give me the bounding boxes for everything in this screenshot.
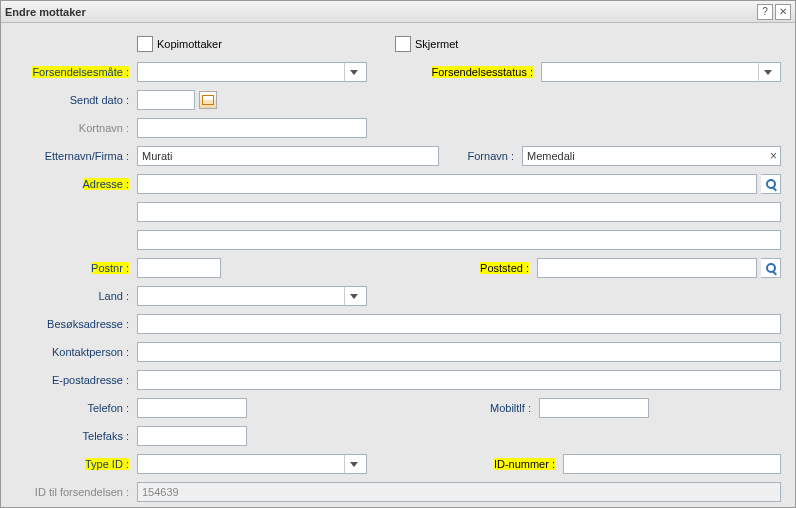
- checkbox-icon: [137, 36, 153, 52]
- epostadresse-label: E-postadresse :: [15, 374, 133, 386]
- id-nummer-label: ID-nummer :: [494, 458, 559, 470]
- kopimottaker-checkbox[interactable]: Kopimottaker: [137, 36, 367, 52]
- close-icon[interactable]: ✕: [775, 4, 791, 20]
- telefaks-label: Telefaks :: [15, 430, 133, 442]
- postnr-label: Postnr :: [15, 262, 133, 274]
- telefon-input[interactable]: [137, 398, 247, 418]
- id-forsendelsen-label: ID til forsendelsen :: [15, 486, 133, 498]
- chevron-down-icon: [344, 287, 362, 305]
- mobiltlf-input[interactable]: [539, 398, 649, 418]
- chevron-down-icon: [344, 455, 362, 473]
- poststed-input[interactable]: [537, 258, 757, 278]
- fornavn-label: Fornavn :: [443, 150, 518, 162]
- type-id-label: Type ID :: [15, 458, 133, 470]
- besoksadresse-input[interactable]: [137, 314, 781, 334]
- poststed-label: Poststed :: [480, 262, 533, 274]
- forsendelsesstatus-select[interactable]: [541, 62, 781, 82]
- sendt-dato-label: Sendt dato :: [15, 94, 133, 106]
- search-icon: [766, 179, 776, 189]
- forsendelsesmate-select[interactable]: [137, 62, 367, 82]
- forsendelsesmate-label: Forsendelsesmåte :: [15, 66, 133, 78]
- land-select[interactable]: [137, 286, 367, 306]
- form-body: Kopimottaker Skjermet Forsendelsesmåte :…: [1, 23, 795, 508]
- chevron-down-icon: [344, 63, 362, 81]
- telefaks-input[interactable]: [137, 426, 247, 446]
- kortnavn-label: Kortnavn :: [15, 122, 133, 134]
- search-icon: [766, 263, 776, 273]
- id-forsendelsen-input: [137, 482, 781, 502]
- titlebar: Endre mottaker ? ✕: [1, 1, 795, 23]
- epostadresse-input[interactable]: [137, 370, 781, 390]
- adresse-search-button[interactable]: [761, 174, 781, 194]
- checkbox-icon: [395, 36, 411, 52]
- skjermet-label: Skjermet: [415, 38, 458, 50]
- chevron-down-icon: [758, 63, 776, 81]
- fornavn-input[interactable]: [522, 146, 781, 166]
- land-label: Land :: [15, 290, 133, 302]
- skjermet-checkbox[interactable]: Skjermet: [395, 36, 458, 52]
- id-nummer-input[interactable]: [563, 454, 781, 474]
- poststed-search-button[interactable]: [761, 258, 781, 278]
- etternavn-firma-label: Etternavn/Firma :: [15, 150, 133, 162]
- window-title: Endre mottaker: [5, 6, 86, 18]
- forsendelsesstatus-label: Forsendelsesstatus :: [432, 66, 538, 78]
- kortnavn-input[interactable]: [137, 118, 367, 138]
- sendt-dato-input[interactable]: [137, 90, 195, 110]
- mobiltlf-label: Mobiltlf :: [475, 402, 535, 414]
- telefon-label: Telefon :: [15, 402, 133, 414]
- window-controls: ? ✕: [757, 4, 791, 20]
- type-id-select[interactable]: [137, 454, 367, 474]
- dialog-window: Endre mottaker ? ✕ Kopimottaker Skjermet…: [0, 0, 796, 508]
- kontaktperson-input[interactable]: [137, 342, 781, 362]
- calendar-icon[interactable]: [199, 91, 217, 109]
- adresse1-input[interactable]: [137, 174, 757, 194]
- adresse-label: Adresse :: [15, 178, 133, 190]
- clear-icon[interactable]: ×: [770, 149, 777, 163]
- postnr-input[interactable]: [137, 258, 221, 278]
- etternavn-firma-input[interactable]: [137, 146, 439, 166]
- adresse2-input[interactable]: [137, 202, 781, 222]
- kopimottaker-label: Kopimottaker: [157, 38, 222, 50]
- besoksadresse-label: Besøksadresse :: [15, 318, 133, 330]
- help-icon[interactable]: ?: [757, 4, 773, 20]
- adresse3-input[interactable]: [137, 230, 781, 250]
- kontaktperson-label: Kontaktperson :: [15, 346, 133, 358]
